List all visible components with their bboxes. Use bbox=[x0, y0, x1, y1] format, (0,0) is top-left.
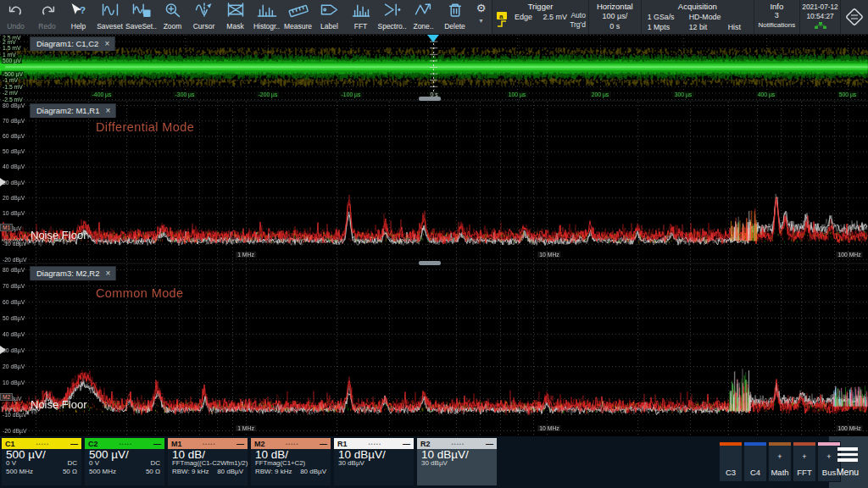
acquisition-panel[interactable]: Acquisition 1 GSa/s 1 Mpts HD-Mode 12 bi… bbox=[641, 0, 754, 34]
acq-mode: HD-Mode bbox=[689, 12, 721, 22]
signal-badge-C1[interactable]: C1•••••—500 µV/0 VDC500 MHz50 Ω bbox=[2, 438, 81, 485]
math-level-marker[interactable]: M1 bbox=[0, 224, 13, 231]
channel-ground-marker[interactable] bbox=[0, 63, 6, 71]
undo-icon bbox=[5, 2, 27, 21]
toolbar-button-label: Help bbox=[71, 22, 86, 30]
toolbar-button-mask[interactable]: Mask bbox=[220, 0, 251, 34]
time-label: 10:54:27 bbox=[800, 12, 840, 21]
reference-level-arrow[interactable] bbox=[0, 346, 6, 354]
toolbar-button-label[interactable]: Label bbox=[314, 0, 345, 34]
saveset-settings-icon bbox=[131, 2, 153, 21]
badge-id: C2 bbox=[88, 440, 98, 448]
badge-settings: 500 µV/0 VDC500 MHz50 Ω bbox=[2, 449, 81, 476]
label-icon bbox=[319, 2, 341, 21]
signal-badge-M1[interactable]: M1•••••—10 dB/FFTmag((C1-C2Wfm1)/2)RBW: … bbox=[168, 438, 248, 485]
splitter-handle[interactable] bbox=[419, 97, 441, 101]
minimize-icon[interactable]: — bbox=[320, 441, 327, 447]
signal-badge-M2[interactable]: M2•••••—10 dB/FFTmag(C1+C2)RBW: 9 kHz80 … bbox=[251, 438, 331, 485]
toolbar-button-label: Zoom bbox=[164, 22, 182, 30]
hamburger-icon bbox=[832, 447, 863, 462]
trigger-title: Trigger bbox=[492, 0, 588, 11]
trigger-panel[interactable]: Trigger a Edge 2.5 mV Auto Trg'd bbox=[492, 0, 588, 34]
x-axis-tick-label: 1 MHz bbox=[236, 425, 256, 431]
badge-id: R1 bbox=[337, 440, 348, 448]
diagram2-tab[interactable]: Diagram2: M1,R1 × bbox=[30, 103, 116, 118]
trigger-state: Trg'd bbox=[570, 20, 586, 29]
trigger-edge-icon: a bbox=[496, 11, 511, 30]
close-icon[interactable]: × bbox=[105, 106, 110, 115]
minimize-icon[interactable]: — bbox=[486, 441, 493, 447]
toolbar-button-cursor[interactable]: Cursor bbox=[188, 0, 220, 34]
acq-points: 1 Mpts bbox=[648, 22, 675, 32]
add-signal-button-fft[interactable]: +FFT bbox=[793, 441, 816, 482]
toolbar-button-label: Histogr.. bbox=[253, 22, 280, 30]
toolbar-button-zoom[interactable]: Zoom bbox=[157, 0, 188, 34]
y-axis-tick-label: 70 dBµV bbox=[2, 283, 25, 289]
badge-id: C1 bbox=[5, 440, 15, 448]
badge-settings: 10 dB/FFTmag(C1+C2)RBW: 9 kHz80 dBµV bbox=[251, 449, 331, 476]
info-panel[interactable]: Info 3 Notifications bbox=[754, 0, 799, 34]
y-axis-tick-label: 60 dBµV bbox=[2, 133, 25, 139]
svg-text:a: a bbox=[499, 13, 504, 20]
math-level-marker[interactable]: M2 bbox=[0, 393, 13, 401]
gear-icon: ⚙ bbox=[476, 3, 487, 14]
toolbar-button-label: Label bbox=[320, 22, 338, 30]
channel-color-stripe bbox=[769, 442, 791, 446]
signal-badge-R2[interactable]: R2•••••—10 dBµV/30 dBµV bbox=[417, 438, 497, 485]
toolbar-button-histogram[interactable]: Histogr.. bbox=[251, 0, 282, 34]
y-axis-tick-label: 80 dBµV bbox=[2, 103, 25, 108]
toolbar-button-label: Cursor bbox=[193, 22, 215, 30]
toolbar-button-spectrogram[interactable]: Spectro.. bbox=[376, 0, 408, 34]
trigger-level: 2.5 mV bbox=[543, 13, 568, 21]
x-axis-tick-label: -200 µs bbox=[257, 92, 280, 97]
channel-color-stripe bbox=[793, 442, 815, 446]
minimize-icon[interactable]: — bbox=[403, 441, 410, 447]
diagram1-tab[interactable]: Diagram1: C1,C2 × bbox=[30, 36, 115, 51]
diagram1-plot bbox=[0, 35, 868, 100]
add-signal-button-math[interactable]: +Math bbox=[768, 441, 792, 482]
toolbar-button-saveset[interactable]: Saveset bbox=[94, 0, 125, 34]
drag-grip-icon: ••••• bbox=[182, 441, 236, 446]
y-axis-tick-label: -1.5 mV bbox=[2, 84, 24, 90]
horizontal-panel[interactable]: Horizontal 100 µs/ 0 s bbox=[588, 0, 641, 34]
diagram3-common-mode[interactable]: Diagram3: M2,R2 × Common Mode Noise Floo… bbox=[0, 264, 868, 436]
add-signal-button-c3[interactable]: C3 bbox=[719, 441, 743, 482]
toolbar-button-label: Saveset bbox=[97, 22, 123, 30]
signal-badge-R1[interactable]: R1•••••—10 dBµV/30 dBµV bbox=[334, 438, 414, 485]
signal-badge-C2[interactable]: C2•••••—500 µV/0 VDC500 MHz50 Ω bbox=[85, 438, 164, 485]
minimize-icon[interactable]: — bbox=[236, 441, 244, 447]
toolbar-button-label: Mask bbox=[226, 22, 243, 30]
toolbar-button-measure[interactable]: Measure bbox=[282, 0, 314, 34]
toolbar-button-saveset-settings[interactable]: SaveSet.. bbox=[125, 0, 157, 34]
y-axis-tick-label: 60 dBµV bbox=[2, 299, 25, 305]
histogram-icon bbox=[256, 2, 278, 21]
reference-level-arrow[interactable] bbox=[0, 178, 6, 186]
toolbar-settings-button[interactable]: ⚙ ▾ bbox=[470, 0, 492, 34]
toolbar-button-label: Undo bbox=[7, 22, 24, 30]
diagram2-differential-mode[interactable]: Diagram2: M1,R1 × Differential Mode Nois… bbox=[0, 102, 868, 263]
y-axis-tick-label: 10 dBµV bbox=[2, 210, 25, 216]
horizontal-title: Horizontal bbox=[589, 0, 641, 11]
close-icon[interactable]: × bbox=[104, 39, 109, 48]
toolbar-button-delete[interactable]: Delete bbox=[439, 0, 470, 34]
y-axis-tick-label: 40 dBµV bbox=[2, 164, 25, 169]
y-axis-tick-label: 2 mV bbox=[2, 39, 17, 45]
help-icon: ? bbox=[68, 2, 90, 21]
diagram1-tab-label: Diagram1: C1,C2 bbox=[36, 39, 98, 48]
splitter-handle[interactable] bbox=[419, 261, 441, 265]
minimize-icon[interactable]: — bbox=[70, 441, 78, 447]
trigger-position-marker[interactable] bbox=[427, 35, 439, 42]
menu-button[interactable]: Menu bbox=[832, 445, 863, 477]
add-signal-button-c4[interactable]: C4 bbox=[743, 441, 767, 482]
toolbar-button-zone[interactable]: Zone.. bbox=[408, 0, 439, 34]
acquisition-title: Acquisition bbox=[642, 0, 754, 11]
spectrogram-icon bbox=[381, 2, 403, 21]
toolbar-button-fft[interactable]: FFT bbox=[345, 0, 376, 34]
diagram1-time-domain[interactable]: Diagram1: C1,C2 × 2.5 mV2 mV1.5 mV1 mV50… bbox=[0, 35, 868, 100]
minimize-icon[interactable]: — bbox=[153, 441, 161, 447]
toolbar-button-help[interactable]: ?Help bbox=[63, 0, 94, 34]
plus-icon: + bbox=[793, 452, 815, 461]
close-icon[interactable]: × bbox=[105, 269, 110, 278]
diagram3-tab[interactable]: Diagram3: M2,R2 × bbox=[30, 266, 116, 280]
x-axis-tick-label: 100 MHz bbox=[836, 425, 862, 431]
